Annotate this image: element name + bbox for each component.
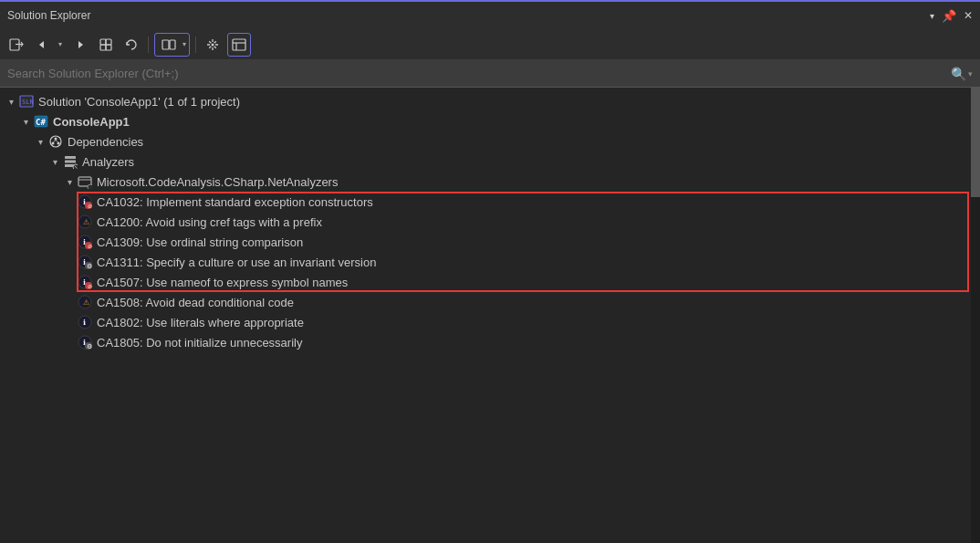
svg-rect-21 xyxy=(65,156,76,159)
project-expand-arrow[interactable]: ▾ xyxy=(18,117,33,127)
list-item[interactable]: ℹ ⊘ CA1507: Use nameof to express symbol… xyxy=(0,272,980,292)
ca1311-label: CA1311: Specify a culture or use an inva… xyxy=(97,256,376,269)
solution-icon: SLN xyxy=(18,93,35,110)
svg-text:⚙: ⚙ xyxy=(87,263,92,269)
svg-rect-5 xyxy=(162,40,169,49)
svg-point-28 xyxy=(88,184,92,189)
tree-area[interactable]: ▾ SLN Solution 'ConsoleApp1' (1 of 1 pro… xyxy=(0,88,980,543)
solution-expand-arrow[interactable]: ▾ xyxy=(4,97,18,107)
toggle-view-button[interactable] xyxy=(155,34,182,56)
search-input[interactable] xyxy=(7,67,951,80)
sync-with-active-doc-button[interactable] xyxy=(5,34,27,56)
project-label: ConsoleApp1 xyxy=(53,115,130,129)
svg-rect-22 xyxy=(65,161,76,163)
svg-text:ℹ: ℹ xyxy=(83,318,86,327)
refresh-button[interactable] xyxy=(120,34,142,56)
list-item[interactable]: ℹ ⊘ CA1309: Use ordinal string compariso… xyxy=(0,232,980,252)
netanalyzers-icon xyxy=(77,173,93,190)
svg-text:⊘: ⊘ xyxy=(88,244,92,249)
ca1507-label: CA1507: Use nameof to express symbol nam… xyxy=(97,276,348,289)
dependencies-item[interactable]: ▾ Dependencies xyxy=(0,131,980,151)
dropdown-arrow-icon[interactable]: ▾ xyxy=(930,11,934,21)
close-icon[interactable]: ✕ xyxy=(964,9,973,22)
svg-rect-1 xyxy=(100,39,106,45)
netanalyzers-expand-arrow[interactable]: ▾ xyxy=(62,177,77,187)
analyzers-label: Analyzers xyxy=(82,155,134,169)
list-item[interactable]: ℹ ⚙ CA1311: Specify a culture or use an … xyxy=(0,252,980,272)
diag-info2-icon: ℹ ⊘ xyxy=(77,234,93,250)
diag-info-icon: ℹ ⊘ xyxy=(77,193,93,210)
svg-text:⊘: ⊘ xyxy=(88,284,92,289)
properties-button[interactable] xyxy=(202,34,224,56)
ca1802-label: CA1802: Use literals where appropriate xyxy=(97,316,304,329)
toolbar-separator-2 xyxy=(195,37,196,53)
svg-point-7 xyxy=(212,43,214,46)
list-item[interactable]: ⚠ CA1508: Avoid dead conditional code xyxy=(0,292,980,312)
title-bar: Solution Explorer ▾ 📌 ✕ xyxy=(0,2,980,29)
analyzers-expand-arrow[interactable]: ▾ xyxy=(47,157,62,167)
project-item[interactable]: ▾ C# ConsoleApp1 xyxy=(0,111,980,131)
svg-rect-8 xyxy=(233,39,245,50)
toolbar: ▾ xyxy=(0,29,980,60)
solution-item[interactable]: ▾ SLN Solution 'ConsoleApp1' (1 of 1 pro… xyxy=(0,91,980,111)
diag-info-gear-icon: ℹ ⚙ xyxy=(77,254,93,270)
diag-warning2-icon: ⚠ xyxy=(77,294,93,310)
diag-info-gear2-icon: ℹ ⚙ xyxy=(77,334,93,350)
ca1805-label: CA1805: Do not initialize unnecessarily xyxy=(97,336,302,350)
svg-text:⚠: ⚠ xyxy=(83,218,89,226)
list-item[interactable]: ⚠ CA1200: Avoid using cref tags with a p… xyxy=(0,212,980,232)
svg-text:⚠: ⚠ xyxy=(83,298,89,307)
search-options-icon[interactable]: ▾ xyxy=(968,69,973,78)
back-button[interactable] xyxy=(31,34,53,56)
ca1032-label: CA1032: Implement standard exception con… xyxy=(97,195,373,209)
svg-point-16 xyxy=(55,138,57,141)
project-icon: C# xyxy=(33,113,49,130)
ca1200-label: CA1200: Avoid using cref tags with a pre… xyxy=(97,215,322,229)
svg-rect-2 xyxy=(106,39,111,45)
dropdown-history-button[interactable]: ▾ xyxy=(55,34,66,56)
diag-warning-icon: ⚠ xyxy=(77,214,93,230)
diag-info4-icon: ℹ xyxy=(77,314,93,330)
highlighted-group: ℹ ⊘ CA1032: Implement standard exception… xyxy=(0,192,980,292)
svg-text:⊘: ⊘ xyxy=(88,204,92,209)
search-bar[interactable]: 🔍 ▾ xyxy=(0,60,980,88)
scrollbar-thumb[interactable] xyxy=(971,88,980,197)
solution-explorer-panel: Solution Explorer ▾ 📌 ✕ ▾ xyxy=(0,0,980,543)
analyzers-item[interactable]: ▾ Analyzers xyxy=(0,151,980,172)
list-item[interactable]: ℹ CA1802: Use literals where appropriate xyxy=(0,312,980,332)
netanalyzers-label: Microsoft.CodeAnalysis.CSharp.NetAnalyze… xyxy=(97,175,338,189)
svg-point-18 xyxy=(57,142,60,145)
svg-text:SLN: SLN xyxy=(22,99,34,106)
search-icon: 🔍 xyxy=(951,67,966,81)
list-item[interactable]: ℹ ⊘ CA1032: Implement standard exception… xyxy=(0,192,980,212)
title-text: Solution Explorer xyxy=(7,9,90,22)
forward-button[interactable] xyxy=(69,34,91,56)
svg-text:⚙: ⚙ xyxy=(87,343,92,350)
dependencies-label: Dependencies xyxy=(68,135,143,149)
svg-rect-6 xyxy=(170,40,175,49)
scrollbar[interactable] xyxy=(971,88,980,543)
svg-point-17 xyxy=(52,142,55,145)
dependencies-icon xyxy=(47,133,64,150)
netanalyzers-item[interactable]: ▾ Microsoft.CodeAnalysis.CSharp.NetAnaly… xyxy=(0,172,980,192)
ca1309-label: CA1309: Use ordinal string comparison xyxy=(97,235,303,249)
ca1508-label: CA1508: Avoid dead conditional code xyxy=(97,296,294,309)
svg-rect-4 xyxy=(106,45,111,50)
analyzers-icon xyxy=(62,153,78,170)
preview-button[interactable] xyxy=(228,34,250,56)
dependencies-expand-arrow[interactable]: ▾ xyxy=(33,137,47,147)
toolbar-separator-1 xyxy=(148,37,149,53)
show-all-files-button[interactable] xyxy=(95,34,117,56)
svg-text:C#: C# xyxy=(36,118,46,127)
svg-line-19 xyxy=(54,141,57,142)
svg-rect-3 xyxy=(100,45,106,50)
svg-line-20 xyxy=(56,141,58,142)
pin-icon[interactable]: 📌 xyxy=(942,9,956,23)
diag-info3-icon: ℹ ⊘ xyxy=(77,274,93,290)
list-item[interactable]: ℹ ⚙ CA1805: Do not initialize unnecessar… xyxy=(0,332,980,352)
solution-label: Solution 'ConsoleApp1' (1 of 1 project) xyxy=(38,95,240,109)
